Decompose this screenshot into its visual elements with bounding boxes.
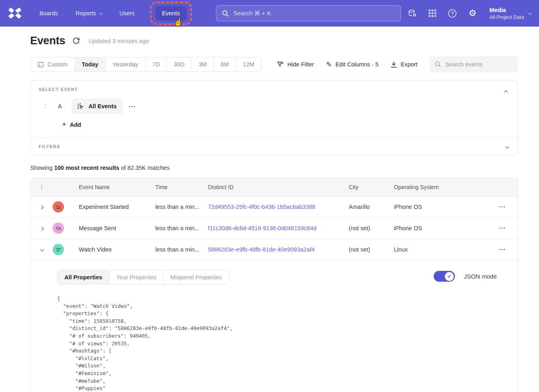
events-page: Events Updated 3 minutes ago Custom Toda… [0, 27, 539, 392]
date-option-3m[interactable]: 3M [192, 58, 214, 71]
chevron-down-icon [99, 11, 103, 15]
drag-handle-icon[interactable]: ⁚⁚ [44, 104, 53, 108]
event-avatar [53, 201, 64, 213]
cell-event-name: Watch Video [73, 246, 155, 253]
row-expand-button[interactable] [37, 202, 46, 211]
toggle-check-icon: ✓ [445, 272, 454, 281]
event-avatar [53, 223, 64, 234]
selected-event-name: All Events [88, 103, 117, 109]
row-menu-button[interactable]: ··· [499, 246, 506, 253]
mixpanel-logo[interactable] [8, 6, 22, 20]
event-json-viewer: { "event": "Watch Video", "properties": … [57, 295, 518, 392]
chevron-right-icon [40, 227, 44, 231]
column-header-event-name: Event Name [73, 184, 155, 190]
collapse-section-button[interactable] [502, 86, 511, 96]
funnel-plus-icon [277, 61, 284, 68]
hand-cursor-icon: ☝ [173, 17, 183, 27]
settings-gear-icon[interactable]: ⚙ [468, 8, 477, 18]
date-option-12m[interactable]: 12M [236, 58, 261, 71]
global-search-input[interactable]: Search ⌘ + K [216, 5, 401, 21]
event-avatar [53, 244, 64, 255]
plus-icon: + [62, 120, 66, 129]
row-collapse-button[interactable] [37, 245, 46, 254]
column-header-time: Time [155, 184, 208, 190]
date-option-7d[interactable]: 7D [146, 58, 167, 71]
events-table: ↓↑ Event Name Time Distinct ID City Oper… [30, 177, 518, 392]
hide-filter-label: Hide Filter [288, 61, 314, 68]
last-updated-text: Updated 3 minutes ago [88, 38, 149, 44]
date-option-custom[interactable]: Custom [31, 58, 75, 71]
json-mode-toggle[interactable]: ✓ [434, 271, 455, 282]
search-events-input[interactable]: Search events [430, 56, 518, 72]
cell-distinct-id: 72d49553-25fc-4f0c-b436-1b5ac6ab3388 [208, 204, 349, 210]
add-event-button[interactable]: + Add [62, 120, 81, 129]
table-actions: Hide Filter ✎ Edit Columns · 5 Export Se… [277, 56, 518, 72]
nav-item-boards[interactable]: Boards [34, 6, 64, 21]
distinct-id-link[interactable]: 5886283e-e9fb-48fb-81de-40e9093a2af4 [208, 246, 315, 253]
calendar-icon [37, 61, 44, 68]
date-option-6m[interactable]: 6M [214, 58, 236, 71]
event-detail-panel: All Properties Your Properties Mixpanel … [31, 260, 518, 392]
row-menu-button[interactable]: ··· [499, 225, 506, 231]
cell-event-name: Experiment Started [73, 204, 155, 210]
select-event-section: SELECT EVENT ⁚⁚ A All Events ··· + Add [31, 80, 518, 138]
chevron-down-icon [40, 248, 44, 252]
event-query-row: ⁚⁚ A All Events ··· [39, 99, 510, 114]
json-mode-control: ✓ JSON mode [434, 271, 497, 282]
help-icon[interactable]: ? [448, 8, 457, 18]
search-icon [222, 10, 229, 17]
apps-grid-icon[interactable] [428, 8, 437, 18]
hide-filter-button[interactable]: Hide Filter [277, 61, 314, 68]
collapse-rows-icon[interactable]: ↓↑ [41, 184, 43, 190]
filters-section[interactable]: FILTERS [31, 138, 518, 155]
nav-item-users[interactable]: Users [114, 6, 140, 21]
nav-item-reports[interactable]: Reports [70, 6, 107, 21]
tab-all-properties[interactable]: All Properties [58, 270, 109, 284]
date-option-label: Custom [47, 61, 68, 68]
red-dashed-annotation: Events ☝ [150, 2, 192, 25]
cell-distinct-id: f11c30d6-dc6d-4518-9136-0d046159c84d [208, 225, 349, 231]
summary-count: 100 most recent results [54, 165, 119, 171]
data-management-icon[interactable] [407, 8, 417, 18]
date-option-yesterday[interactable]: Yesterday [106, 58, 146, 71]
cell-distinct-id: 5886283e-e9fb-48fb-81de-40e9093a2af4 [208, 246, 349, 253]
distinct-id-link[interactable]: 72d49553-25fc-4f0c-b436-1b5ac6ab3388 [208, 204, 315, 210]
chevron-right-icon [40, 205, 44, 209]
tab-mixpanel-properties[interactable]: Mixpanel Properties [164, 270, 229, 284]
project-selector[interactable]: Media All Project Data [490, 6, 531, 21]
nav-label: Users [119, 10, 135, 17]
edit-columns-button[interactable]: ✎ Edit Columns · 5 [326, 60, 379, 69]
event-row-letter: A [58, 103, 72, 109]
column-header-os: Operating System [394, 184, 488, 190]
summary-prefix: Showing [30, 165, 54, 171]
event-more-menu-button[interactable]: ··· [129, 103, 136, 110]
tab-your-properties[interactable]: Your Properties [109, 270, 163, 284]
table-header-row: ↓↑ Event Name Time Distinct ID City Oper… [31, 178, 518, 196]
refresh-button[interactable] [72, 37, 81, 45]
chevron-down-icon [528, 11, 532, 15]
column-header-city: City [349, 184, 394, 190]
event-selector-button[interactable]: All Events [72, 99, 123, 114]
date-option-30d[interactable]: 30D [167, 58, 192, 71]
chevron-down-icon [505, 144, 509, 149]
row-menu-button[interactable]: ··· [499, 204, 506, 210]
navbar-right: ? ⚙ Media All Project Data [407, 6, 531, 21]
cell-os: iPhone OS [394, 225, 488, 231]
pencil-icon: ✎ [326, 60, 332, 69]
distinct-id-link[interactable]: f11c30d6-dc6d-4518-9136-0d046159c84d [208, 225, 317, 231]
table-row-expanded[interactable]: Watch Video less than a min... 5886283e-… [31, 239, 518, 260]
nav-label: Boards [39, 10, 58, 17]
date-option-today[interactable]: Today [75, 58, 106, 71]
page-header: Events Updated 3 minutes ago [30, 35, 518, 47]
row-expand-button[interactable] [37, 224, 46, 233]
table-row[interactable]: Message Sent less than a min... f11c30d6… [31, 218, 518, 239]
table-row[interactable]: Experiment Started less than a min... 72… [31, 196, 518, 218]
export-button[interactable]: Export [391, 61, 418, 68]
cell-city: (not set) [349, 246, 394, 253]
expand-filters-button[interactable] [502, 142, 511, 151]
cell-event-name: Message Sent [73, 225, 155, 231]
json-mode-label: JSON mode [464, 273, 497, 280]
svg-text:?: ? [451, 11, 454, 17]
cell-city: Amarillo [349, 204, 394, 210]
download-icon [391, 61, 397, 68]
